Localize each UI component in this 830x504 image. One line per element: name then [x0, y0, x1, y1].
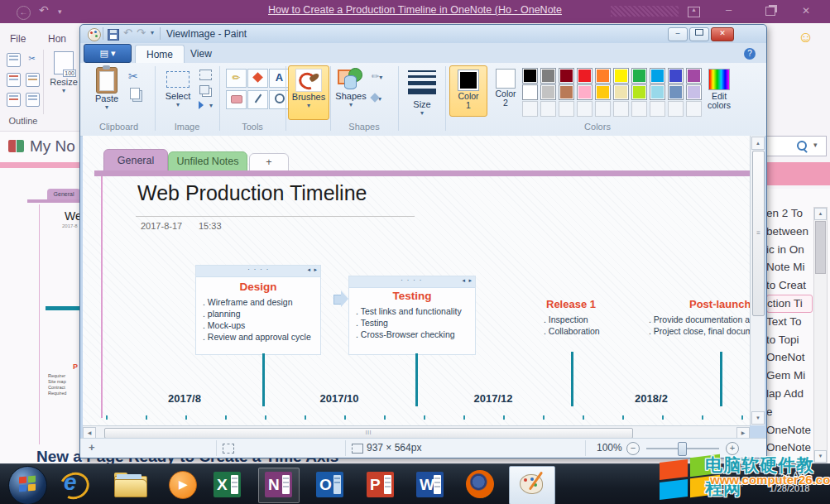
help-icon[interactable]: ? — [744, 48, 756, 60]
search-box[interactable]: ▾ — [760, 136, 827, 156]
page-list-item[interactable]: e — [766, 403, 813, 421]
pencil-tool[interactable]: ✏ — [226, 69, 247, 88]
palette-swatch[interactable] — [686, 101, 702, 117]
paint-canvas[interactable]: General Unfiled Notes + Web Production T… — [83, 136, 750, 425]
palette-swatch[interactable] — [559, 101, 574, 117]
size-button[interactable]: Size ▾ — [403, 66, 441, 118]
palette-swatch[interactable] — [577, 68, 593, 84]
copy-icon[interactable] — [130, 88, 140, 99]
qat-dropdown-icon[interactable]: ▾ — [151, 29, 154, 36]
tray-clock-date[interactable]: 1/28/2018 — [756, 483, 823, 493]
page-list-item[interactable]: to Topi — [766, 331, 813, 349]
palette-swatch[interactable] — [613, 101, 629, 117]
page-list-item[interactable]: lap Add — [766, 385, 813, 403]
text-tool[interactable]: A — [269, 69, 290, 88]
tab-view[interactable]: View — [180, 45, 223, 63]
palette-swatch[interactable] — [522, 101, 538, 117]
shapes-button[interactable]: Shapes ▾ — [333, 66, 368, 118]
brushes-button[interactable]: Brushes ▾ — [288, 65, 329, 120]
outline-tool-icon[interactable] — [7, 73, 21, 87]
tray-clock-time[interactable]: 7:54 AM — [756, 470, 823, 480]
shape-outline-icon[interactable]: ✏▾ — [372, 71, 382, 82]
minimize-window-icon[interactable]: – — [726, 5, 732, 15]
palette-swatch[interactable] — [631, 84, 647, 100]
onenote-file-tab[interactable]: File — [10, 33, 26, 45]
close-window-icon[interactable]: ✕ — [802, 6, 810, 16]
color2-button[interactable]: Color2 — [487, 65, 524, 115]
palette-swatch[interactable] — [668, 101, 684, 117]
ribbon-display-options-icon[interactable]: ▲ — [688, 7, 700, 17]
palette-swatch[interactable] — [686, 68, 702, 84]
select-button[interactable]: Select ▾ — [160, 66, 196, 118]
onenote-home-tab[interactable]: Hon — [48, 33, 66, 45]
taskbar-excel-icon[interactable]: X — [213, 472, 241, 497]
action-center-icon[interactable]: ⚑ — [740, 477, 750, 489]
shape-fill-icon[interactable]: ▾ — [372, 89, 381, 104]
page-list-item[interactable]: Gem Mi — [766, 367, 813, 385]
page-list-item[interactable]: between — [766, 223, 813, 241]
cut-icon[interactable]: ✂ — [128, 70, 138, 83]
page-list-item[interactable]: ction Ti — [766, 295, 813, 313]
edit-colors-button[interactable]: Editcolors — [703, 65, 736, 117]
paste-button[interactable]: Paste ▾ — [89, 66, 125, 118]
paint-maximize-button[interactable] — [689, 27, 709, 41]
paste-icon[interactable] — [26, 73, 40, 87]
rotate-icon[interactable] — [199, 101, 204, 109]
page-setup-icon[interactable] — [26, 93, 40, 107]
scrollbar-thumb[interactable] — [815, 221, 826, 274]
page-list-scrollbar[interactable]: ▲ ▼ — [813, 207, 828, 463]
outline-tool-icon[interactable] — [7, 53, 21, 67]
taskbar-explorer-icon[interactable] — [114, 473, 146, 496]
page-list-item[interactable]: OneNote — [766, 439, 813, 457]
zoom-out-button[interactable]: − — [626, 442, 640, 455]
palette-swatch[interactable] — [650, 68, 665, 84]
palette-swatch[interactable] — [559, 84, 574, 100]
palette-swatch[interactable] — [613, 68, 629, 84]
color1-button[interactable]: Color1 — [449, 65, 487, 117]
notebook-bar[interactable]: My No — [0, 132, 79, 162]
onenote-resize-button[interactable]: 100 Resize ▾ — [48, 51, 79, 114]
vscroll-thumb[interactable]: ≡ — [752, 151, 765, 316]
volume-icon[interactable] — [702, 481, 708, 488]
eraser-tool[interactable] — [226, 90, 247, 109]
palette-swatch[interactable] — [668, 68, 684, 84]
palette-swatch[interactable] — [613, 84, 629, 100]
page-list-item[interactable]: Text To — [766, 313, 813, 331]
scroll-up-icon[interactable]: ▲ — [814, 208, 827, 220]
palette-swatch[interactable] — [522, 68, 538, 84]
cut-icon[interactable]: ✂ — [26, 53, 38, 65]
paint-menu-button[interactable]: ▤ ▾ — [84, 44, 132, 63]
palette-swatch[interactable] — [577, 101, 593, 117]
taskbar-word-icon[interactable]: W — [416, 472, 444, 497]
canvas-hscrollbar[interactable]: ◀ lll ▶ — [83, 425, 750, 439]
resize-icon[interactable] — [199, 85, 209, 94]
palette-swatch[interactable] — [540, 101, 556, 117]
taskbar-ie-icon[interactable]: e — [58, 469, 88, 499]
onenote-titlebar[interactable]: ← ↶ ▾ How to Create a Production Timelin… — [0, 0, 830, 23]
palette-swatch[interactable] — [595, 101, 611, 117]
taskbar-paint-icon[interactable] — [509, 466, 555, 504]
paint-minimize-button[interactable]: – — [668, 27, 688, 41]
palette-swatch[interactable] — [595, 68, 611, 84]
page-list-item[interactable]: to Creat — [766, 276, 813, 295]
taskbar-wmp-icon[interactable]: ▶ — [169, 471, 197, 499]
scroll-up-icon[interactable]: ▲ — [751, 137, 765, 150]
palette-swatch[interactable] — [650, 84, 665, 100]
zoom-in-button[interactable]: + — [726, 442, 739, 455]
mini-tab-general[interactable]: General — [47, 189, 80, 199]
rotate-dropdown-icon[interactable]: ▾ — [209, 102, 213, 109]
palette-swatch[interactable] — [631, 68, 647, 84]
smiley-icon[interactable]: ☺ — [798, 28, 813, 46]
scroll-down-icon[interactable]: ▼ — [814, 450, 827, 463]
palette-swatch[interactable] — [559, 68, 574, 84]
redo-icon[interactable]: ↷ — [137, 26, 146, 39]
undo-icon[interactable]: ↶ — [123, 26, 132, 39]
palette-swatch[interactable] — [686, 84, 702, 100]
page-list-item[interactable]: OneNote — [766, 421, 813, 439]
magnifier-tool[interactable] — [269, 90, 290, 109]
taskbar-onenote-icon[interactable]: N — [258, 468, 300, 503]
taskbar-outlook-icon[interactable]: O — [316, 472, 343, 497]
taskbar-firefox-icon[interactable] — [466, 470, 494, 498]
save-icon[interactable] — [108, 29, 119, 41]
network-icon[interactable]: ✕ — [720, 479, 734, 490]
